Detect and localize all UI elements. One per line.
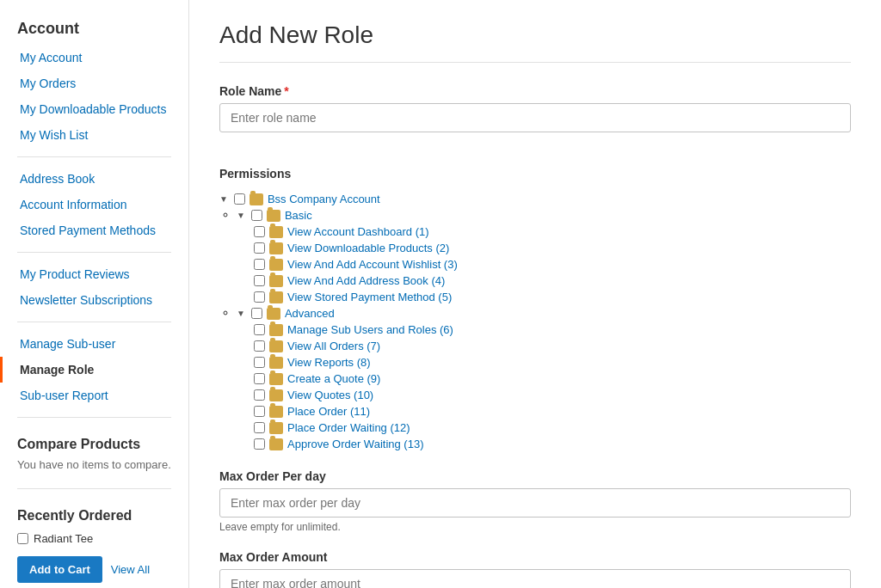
sidebar-item-my-downloadable-products[interactable]: My Downloadable Products — [0, 96, 188, 122]
tree-checkbox-adv-1[interactable] — [254, 340, 265, 352]
tree-label-adv-1[interactable]: View All Orders (7) — [287, 340, 380, 352]
tree-item-adv-1[interactable]: View All Orders (7) — [254, 338, 851, 354]
tree-checkbox-adv-3[interactable] — [254, 373, 265, 384]
tree-item-adv-3[interactable]: Create a Quote (9) — [254, 371, 851, 387]
tree-label-basic-3[interactable]: View And Add Address Book (4) — [287, 274, 445, 287]
tree-label-adv-3[interactable]: Create a Quote (9) — [287, 372, 380, 385]
tree-item-basic: ▼ Basic View Account Dashboard (1) — [237, 207, 851, 305]
tree-toggle-basic[interactable]: ▼ — [237, 211, 245, 220]
tree-item-adv-7[interactable]: Approve Order Waiting (13) — [254, 436, 851, 452]
sidebar-item-manage-subuser[interactable]: Manage Sub-user — [0, 331, 188, 357]
sidebar-item-newsletter-subscriptions[interactable]: Newsletter Subscriptions — [0, 287, 188, 313]
sidebar-item-subuser-report[interactable]: Sub-user Report — [0, 383, 188, 408]
sidebar-divider-2 — [17, 252, 171, 253]
tree-label-advanced[interactable]: Advanced — [285, 307, 335, 320]
tree-folder-icon-adv-5 — [269, 406, 283, 418]
tree-row-root[interactable]: ▼ Bss Company Account — [219, 191, 851, 207]
recently-ordered-checkbox[interactable] — [17, 533, 28, 544]
tree-checkbox-adv-2[interactable] — [254, 357, 265, 368]
sidebar-item-my-account[interactable]: My Account — [0, 45, 188, 70]
sidebar-divider-5 — [17, 488, 171, 489]
tree-folder-icon-advanced — [267, 308, 280, 320]
tree-checkbox-adv-5[interactable] — [254, 406, 265, 417]
tree-item-basic-3[interactable]: View And Add Address Book (4) — [254, 273, 851, 289]
tree-checkbox-adv-4[interactable] — [254, 389, 265, 401]
tree-row-advanced[interactable]: ▼ Advanced — [237, 305, 851, 322]
tree-label-basic-0[interactable]: View Account Dashboard (1) — [287, 225, 429, 238]
max-order-day-input[interactable] — [219, 488, 851, 518]
tree-checkbox-basic[interactable] — [251, 210, 262, 221]
tree-label-basic-1[interactable]: View Downloadable Products (2) — [287, 242, 449, 254]
sidebar-item-account-information[interactable]: Account Information — [0, 192, 188, 217]
tree-label-basic[interactable]: Basic — [285, 209, 312, 222]
tree-item-basic-4[interactable]: View Stored Payment Method (5) — [254, 289, 851, 305]
sidebar-item-manage-role[interactable]: Manage Role — [0, 357, 188, 383]
tree-label-basic-4[interactable]: View Stored Payment Method (5) — [287, 291, 452, 303]
tree-item-basic-0[interactable]: View Account Dashboard (1) — [254, 224, 851, 240]
sidebar-section-1: My Account My Orders My Downloadable Pro… — [0, 45, 188, 148]
tree-label-adv-4[interactable]: View Quotes (10) — [287, 389, 373, 401]
view-all-button[interactable]: View All — [111, 563, 150, 576]
tree-checkbox-adv-7[interactable] — [254, 438, 265, 450]
compare-products-title: Compare Products — [0, 426, 188, 456]
tree-checkbox-basic-0[interactable] — [254, 226, 265, 237]
tree-item-adv-4[interactable]: View Quotes (10) — [254, 387, 851, 403]
tree-checkbox-basic-4[interactable] — [254, 291, 265, 303]
tree-checkbox-basic-3[interactable] — [254, 275, 265, 286]
main-content: Add New Role Role Name* Permissions ▼ Bs… — [189, 0, 881, 588]
tree-item-adv-5[interactable]: Place Order (11) — [254, 403, 851, 420]
sidebar-account-title: Account — [0, 13, 188, 45]
sidebar-item-my-wish-list[interactable]: My Wish List — [0, 122, 188, 148]
tree-folder-icon-adv-7 — [269, 438, 283, 450]
tree-label-adv-7[interactable]: Approve Order Waiting (13) — [287, 438, 423, 450]
tree-label-adv-0[interactable]: Manage Sub Users and Roles (6) — [287, 323, 453, 336]
tree-checkbox-root[interactable] — [234, 193, 245, 205]
tree-folder-icon-adv-6 — [269, 422, 283, 434]
tree-children-basic: View Account Dashboard (1) View Download… — [237, 224, 851, 305]
tree-row-basic[interactable]: ▼ Basic — [237, 207, 851, 224]
tree-folder-icon-adv-2 — [269, 357, 283, 369]
sidebar-item-stored-payment-methods[interactable]: Stored Payment Methods — [0, 217, 188, 243]
recently-ordered-item: Radiant Tee — [0, 528, 188, 549]
tree-label-adv-2[interactable]: View Reports (8) — [287, 356, 371, 369]
sidebar-item-address-book[interactable]: Address Book — [0, 166, 188, 192]
max-order-amount-input[interactable] — [219, 569, 851, 588]
max-order-amount-field: Max Order Amount Leave empty for unlimit… — [219, 550, 851, 588]
tree-checkbox-basic-1[interactable] — [254, 242, 265, 254]
tree-item-adv-0[interactable]: Manage Sub Users and Roles (6) — [254, 322, 851, 338]
tree-checkbox-adv-6[interactable] — [254, 422, 265, 433]
sidebar-item-my-product-reviews[interactable]: My Product Reviews — [0, 261, 188, 287]
sidebar-section-2: Address Book Account Information Stored … — [0, 166, 188, 243]
tree-root: ▼ Bss Company Account ▼ Basic — [219, 191, 851, 452]
tree-item-adv-2[interactable]: View Reports (8) — [254, 354, 851, 371]
tree-checkbox-advanced[interactable] — [251, 308, 262, 319]
tree-item-root: ▼ Bss Company Account ▼ Basic — [219, 191, 851, 452]
sidebar: Account My Account My Orders My Download… — [0, 0, 189, 588]
permissions-tree: ▼ Bss Company Account ▼ Basic — [219, 191, 851, 452]
sidebar-divider-4 — [17, 417, 171, 418]
tree-folder-icon-basic-1 — [269, 242, 283, 254]
tree-folder-icon-basic — [267, 210, 280, 222]
tree-label-adv-5[interactable]: Place Order (11) — [287, 405, 370, 418]
tree-item-basic-2[interactable]: View And Add Account Wishlist (3) — [254, 256, 851, 273]
tree-checkbox-basic-2[interactable] — [254, 259, 265, 270]
sidebar-item-my-orders[interactable]: My Orders — [0, 70, 188, 96]
tree-item-basic-1[interactable]: View Downloadable Products (2) — [254, 240, 851, 256]
role-name-input[interactable] — [219, 103, 851, 132]
tree-toggle-root[interactable]: ▼ — [219, 194, 228, 204]
sidebar-buttons: Add to Cart View All — [0, 549, 188, 588]
tree-item-adv-6[interactable]: Place Order Waiting (12) — [254, 420, 851, 436]
tree-label-root[interactable]: Bss Company Account — [268, 193, 380, 205]
tree-label-basic-2[interactable]: View And Add Account Wishlist (3) — [287, 258, 458, 271]
tree-folder-icon-basic-0 — [269, 226, 283, 238]
required-star: * — [284, 84, 288, 98]
tree-folder-icon-adv-0 — [269, 324, 283, 336]
tree-label-adv-6[interactable]: Place Order Waiting (12) — [287, 421, 410, 434]
sidebar-section-3: My Product Reviews Newsletter Subscripti… — [0, 261, 188, 313]
page-title: Add New Role — [219, 21, 851, 63]
tree-checkbox-adv-0[interactable] — [254, 324, 265, 335]
tree-toggle-advanced[interactable]: ▼ — [237, 309, 245, 318]
recently-ordered-title: Recently Ordered — [0, 498, 188, 528]
add-to-cart-button[interactable]: Add to Cart — [17, 556, 102, 583]
max-order-amount-label: Max Order Amount — [219, 550, 851, 564]
